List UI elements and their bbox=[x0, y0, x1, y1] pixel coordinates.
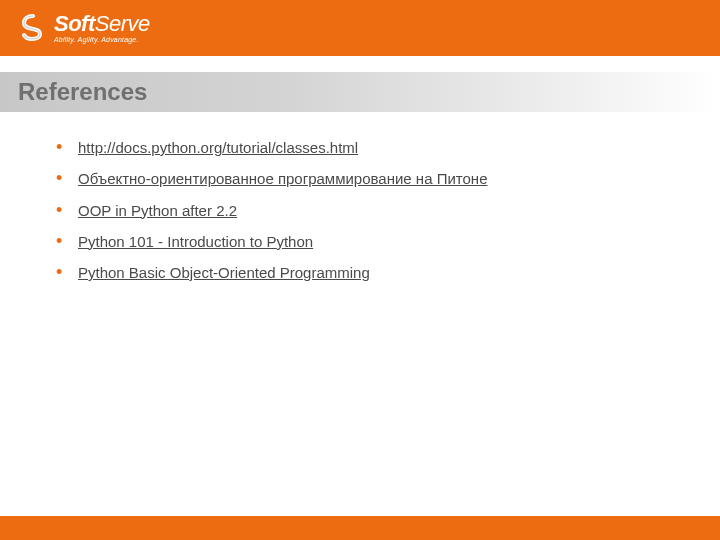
list-item: OOP in Python after 2.2 bbox=[56, 201, 680, 221]
reference-link[interactable]: Python 101 - Introduction to Python bbox=[78, 233, 313, 250]
logo-brand-bold: Soft bbox=[54, 11, 95, 36]
reference-link[interactable]: Python Basic Object-Oriented Programming bbox=[78, 264, 370, 281]
header-gap bbox=[0, 56, 720, 72]
logo-mark-icon bbox=[18, 13, 48, 43]
logo-text: SoftServe Ability. Agility. Advantage. bbox=[54, 13, 150, 43]
footer-bar bbox=[0, 516, 720, 540]
page-title: References bbox=[18, 78, 147, 106]
logo-brand-light: Serve bbox=[95, 11, 150, 36]
logo-tagline: Ability. Agility. Advantage. bbox=[54, 36, 150, 43]
reference-link[interactable]: Объектно-ориентированное программировани… bbox=[78, 170, 487, 187]
logo: SoftServe Ability. Agility. Advantage. bbox=[18, 13, 150, 43]
list-item: Python 101 - Introduction to Python bbox=[56, 232, 680, 252]
header-bar: SoftServe Ability. Agility. Advantage. bbox=[0, 0, 720, 56]
title-bar: References bbox=[0, 72, 720, 112]
references-list: http://docs.python.org/tutorial/classes.… bbox=[56, 138, 680, 283]
list-item: http://docs.python.org/tutorial/classes.… bbox=[56, 138, 680, 158]
list-item: Python Basic Object-Oriented Programming bbox=[56, 263, 680, 283]
logo-brand: SoftServe bbox=[54, 13, 150, 35]
list-item: Объектно-ориентированное программировани… bbox=[56, 169, 680, 189]
content-area: http://docs.python.org/tutorial/classes.… bbox=[0, 112, 720, 283]
reference-link[interactable]: OOP in Python after 2.2 bbox=[78, 202, 237, 219]
reference-link[interactable]: http://docs.python.org/tutorial/classes.… bbox=[78, 139, 358, 156]
